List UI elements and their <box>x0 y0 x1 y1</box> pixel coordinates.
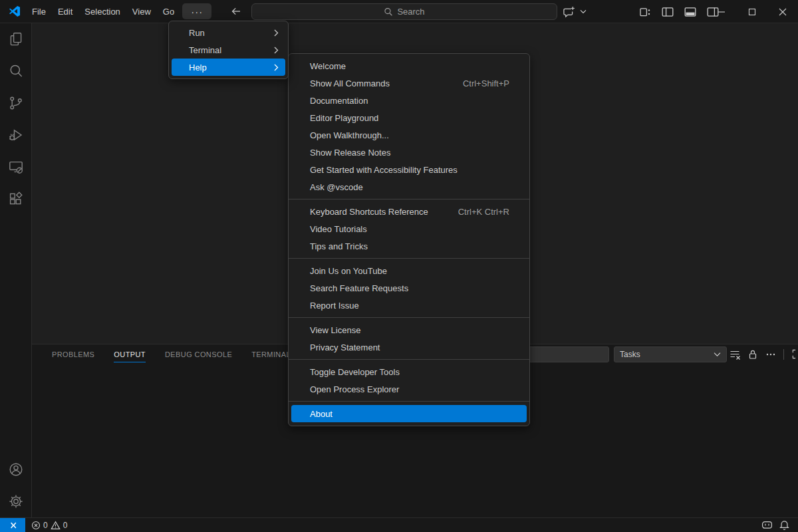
error-icon <box>31 521 41 530</box>
title-bar: FileEditSelectionViewGo ··· Search <box>0 0 798 23</box>
titlebar-menu-item[interactable]: Selection <box>78 3 126 19</box>
menu-item[interactable]: Privacy Statement <box>291 338 527 356</box>
menu-item[interactable]: Keyboard Shortcuts Reference Ctrl+K Ctrl… <box>291 203 527 220</box>
back-arrow-icon[interactable] <box>230 6 241 17</box>
menu-item[interactable]: Show Release Notes <box>291 144 527 161</box>
warning-icon <box>51 521 61 530</box>
error-count: 0 <box>43 521 48 530</box>
customize-layout-icon[interactable] <box>636 4 654 20</box>
menu-item[interactable]: Help <box>172 59 285 76</box>
menu-item[interactable]: Terminal <box>172 41 285 59</box>
copilot-status-icon[interactable] <box>758 518 776 532</box>
menu-item[interactable]: Open Process Explorer <box>291 380 527 398</box>
panel-tab[interactable]: DEBUG CONSOLE <box>158 345 239 364</box>
vscode-logo-icon <box>9 5 21 17</box>
shortcut-label: Ctrl+Shift+P <box>463 78 509 88</box>
chevron-down-icon <box>714 352 721 357</box>
menu-item[interactable]: Welcome <box>291 57 527 74</box>
titlebar-menu-item[interactable]: View <box>126 3 157 19</box>
status-bar: 0 0 <box>0 517 798 532</box>
settings-gear-icon[interactable] <box>0 485 31 517</box>
search-icon <box>384 7 393 17</box>
lock-scroll-icon[interactable] <box>745 347 760 362</box>
panel-tab[interactable]: PROBLEMS <box>45 345 101 364</box>
menu-item[interactable]: Documentation <box>291 92 527 109</box>
chevron-down-icon <box>580 9 587 14</box>
menu-separator <box>289 258 529 259</box>
search-placeholder: Search <box>397 7 424 17</box>
menu-item[interactable]: Tips and Tricks <box>291 237 527 255</box>
menu-item[interactable]: Toggle Developer Tools <box>291 363 527 380</box>
remote-indicator[interactable] <box>0 518 25 532</box>
status-bar-right <box>758 518 793 532</box>
chevron-right-icon <box>274 29 279 37</box>
command-center-search[interactable]: Search <box>251 3 557 20</box>
divider <box>783 349 784 360</box>
close-window-button[interactable] <box>767 0 798 23</box>
menu-separator <box>289 359 529 360</box>
menu-item[interactable]: View License <box>291 321 527 338</box>
tasks-dropdown-value: Tasks <box>620 350 714 359</box>
minimize-button[interactable] <box>706 0 737 23</box>
copilot-icon <box>563 6 575 18</box>
toggle-primary-sidebar-icon[interactable] <box>659 4 676 20</box>
menu-item[interactable]: Run <box>172 24 285 41</box>
vscode-window: FileEditSelectionViewGo ··· Search <box>0 0 798 532</box>
tasks-dropdown[interactable]: Tasks <box>614 346 727 362</box>
overflow-dropdown-menu: Run Terminal Help <box>168 21 289 79</box>
menu-item[interactable]: Open Walkthrough... <box>291 126 527 144</box>
maximize-button[interactable] <box>737 0 767 23</box>
copilot-menu[interactable] <box>563 0 587 23</box>
menu-item[interactable]: Editor Playground <box>291 109 527 126</box>
toggle-panel-icon[interactable] <box>682 4 699 20</box>
chevron-right-icon <box>274 47 279 54</box>
menu-item[interactable]: Ask @vscode <box>291 178 527 196</box>
menu-overflow-button[interactable]: ··· <box>182 3 211 19</box>
menu-separator <box>289 199 529 200</box>
more-actions-icon[interactable] <box>763 347 778 362</box>
warning-count: 0 <box>63 521 68 530</box>
menu-item[interactable]: Show All Commands Ctrl+Shift+P <box>291 74 527 92</box>
titlebar-menu-item[interactable]: Go <box>157 3 180 19</box>
menu-strip: FileEditSelectionViewGo <box>26 0 180 23</box>
titlebar-menu-item[interactable]: File <box>26 3 52 19</box>
activity-bar <box>0 23 32 517</box>
menu-separator <box>289 401 529 402</box>
shortcut-label: Ctrl+K Ctrl+R <box>458 207 509 217</box>
maximize-panel-icon[interactable] <box>789 347 798 362</box>
panel-actions <box>728 344 798 364</box>
run-debug-icon[interactable] <box>0 119 31 151</box>
menu-item[interactable]: Search Feature Requests <box>291 279 527 297</box>
notifications-bell-icon[interactable] <box>776 518 793 532</box>
menu-item[interactable]: Join Us on YouTube <box>291 262 527 279</box>
window-controls <box>706 0 798 23</box>
remote-explorer-icon[interactable] <box>0 151 31 183</box>
source-control-icon[interactable] <box>0 87 31 119</box>
clear-output-icon[interactable] <box>728 347 742 362</box>
menu-item[interactable]: Report Issue <box>291 297 527 314</box>
search-sidebar-icon[interactable] <box>0 55 31 87</box>
titlebar-menu-item[interactable]: Edit <box>52 3 78 19</box>
chevron-right-icon <box>274 64 279 71</box>
help-submenu: Welcome Show All Commands Ctrl+Shift+P D… <box>288 53 530 426</box>
problems-status[interactable]: 0 0 <box>28 518 70 532</box>
panel-tab[interactable]: OUTPUT <box>107 345 152 364</box>
explorer-icon[interactable] <box>0 23 31 55</box>
account-icon[interactable] <box>0 454 31 485</box>
menu-item[interactable]: About <box>291 405 527 422</box>
menu-item[interactable]: Get Started with Accessibility Features <box>291 161 527 178</box>
menu-separator <box>289 317 529 318</box>
menu-item[interactable]: Video Tutorials <box>291 220 527 237</box>
extensions-icon[interactable] <box>0 183 31 215</box>
